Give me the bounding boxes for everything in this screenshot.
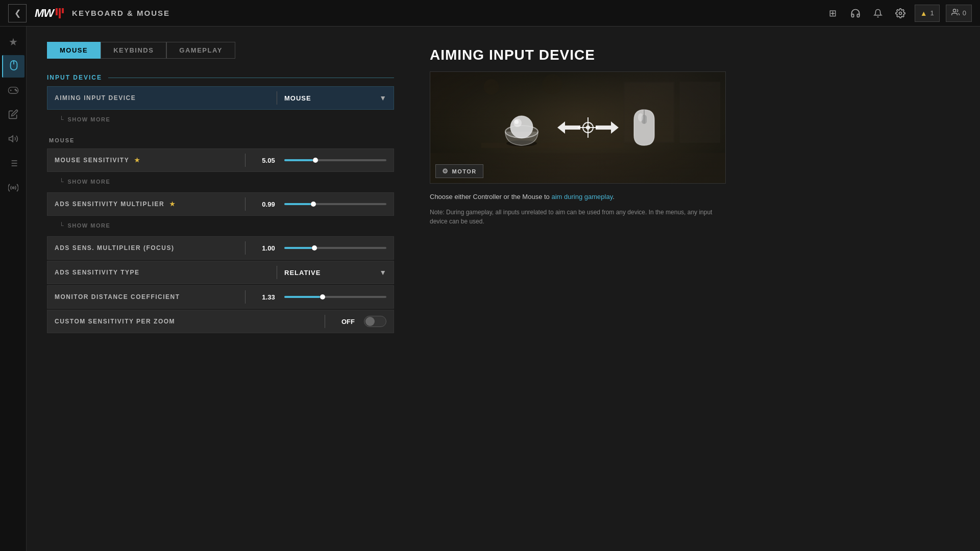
show-more-arrow-icon: └ — [59, 222, 64, 229]
chevron-down-icon: ▼ — [379, 268, 386, 277]
monitor-distance-slider[interactable] — [284, 296, 386, 298]
logo-bar-1 — [56, 8, 58, 15]
mouse-sensitivity-row[interactable]: MOUSE SENSITIVITY ★ 5.05 — [47, 148, 394, 172]
sidebar-item-controller[interactable] — [2, 80, 24, 102]
slider-fill — [284, 159, 313, 161]
sidebar-item-list[interactable] — [2, 153, 24, 176]
ads-sensitivity-show-more[interactable]: └ SHOW MORE — [47, 217, 394, 234]
info-title: AIMING INPUT DEVICE — [430, 47, 965, 63]
back-icon: ❮ — [14, 8, 21, 18]
arrows-crosshair — [555, 112, 621, 143]
svg-point-6 — [15, 89, 16, 90]
chevron-down-icon: ▼ — [379, 94, 386, 102]
topbar-right: ⊞ ▲ 1 — [825, 5, 972, 22]
aiming-input-value: MOUSE — [284, 94, 311, 102]
monitor-distance-value[interactable]: 1.33 — [253, 293, 284, 301]
ads-type-dropdown[interactable]: RELATIVE ▼ — [284, 268, 386, 277]
logo-bar-2 — [59, 8, 61, 18]
notification-icon[interactable] — [870, 5, 886, 21]
mouse-sensitivity-show-more[interactable]: └ SHOW MORE — [47, 173, 394, 190]
input-device-line — [108, 78, 394, 78]
info-note: Note: During gameplay, all inputs unrela… — [430, 208, 726, 226]
sidebar-item-network[interactable] — [2, 178, 24, 200]
show-more-label-2: SHOW MORE — [68, 179, 111, 185]
mouse-sensitivity-slider[interactable] — [284, 159, 386, 161]
ads-sensitivity-row[interactable]: ADS SENSITIVITY MULTIPLIER ★ 0.99 — [47, 192, 394, 216]
settings-icon[interactable] — [892, 5, 909, 21]
profile-count: 0 — [963, 9, 966, 17]
edit-icon — [8, 109, 18, 122]
page-title: KEYBOARD & MOUSE — [72, 9, 825, 17]
mouse-sidebar-icon — [8, 60, 19, 73]
slider-thumb — [311, 202, 316, 207]
mouse-sensitivity-star: ★ — [134, 157, 141, 164]
slider-track — [284, 247, 386, 249]
slider-fill — [284, 203, 311, 205]
slider-fill — [284, 296, 320, 298]
back-button[interactable]: ❮ — [8, 4, 27, 22]
mouse-section: MOUSE MOUSE SENSITIVITY ★ 5.05 └ — [47, 137, 394, 333]
controller-icon — [8, 85, 19, 97]
monitor-distance-row[interactable]: MONITOR DISTANCE COEFFICIENT 1.33 — [47, 285, 394, 309]
grid-icon[interactable]: ⊞ — [825, 5, 841, 21]
ads-focus-value[interactable]: 1.00 — [253, 244, 284, 252]
ads-sensitivity-star: ★ — [169, 201, 176, 208]
tab-gameplay[interactable]: GAMEPLAY — [166, 42, 235, 59]
logo-bar-3 — [62, 8, 64, 13]
row-divider — [277, 91, 277, 105]
tab-keybinds[interactable]: KEYBINDS — [101, 42, 166, 59]
rank-value: 1 — [930, 9, 934, 17]
sidebar-item-favorites[interactable]: ★ — [2, 31, 24, 53]
row-divider — [245, 154, 246, 167]
mouse-sensitivity-label: MOUSE SENSITIVITY ★ — [55, 157, 238, 164]
custom-sensitivity-value: OFF — [332, 318, 364, 325]
input-device-title: INPUT DEVICE — [47, 74, 102, 81]
slider-track — [284, 159, 386, 161]
sidebar-item-edit[interactable] — [2, 104, 24, 127]
input-device-section-header: INPUT DEVICE — [47, 74, 394, 81]
ads-focus-label: ADS SENS. MULTIPLIER (FOCUS) — [55, 244, 238, 252]
right-panel: AIMING INPUT DEVICE — [414, 27, 980, 551]
motor-badge: ⚙ MOTOR — [435, 164, 483, 178]
ads-type-label: ADS SENSITIVITY TYPE — [55, 269, 270, 276]
ads-focus-row[interactable]: ADS SENS. MULTIPLIER (FOCUS) 1.00 — [47, 236, 394, 260]
ads-type-row[interactable]: ADS SENSITIVITY TYPE RELATIVE ▼ — [47, 261, 394, 284]
network-icon — [8, 183, 18, 195]
logo-text: MW — [35, 7, 54, 20]
aiming-input-dropdown[interactable]: MOUSE ▼ — [284, 94, 386, 102]
ads-sensitivity-slider[interactable] — [284, 203, 386, 205]
show-more-label: SHOW MORE — [68, 116, 111, 122]
monitor-distance-label: MONITOR DISTANCE COEFFICIENT — [55, 293, 238, 300]
mouse-sensitivity-value[interactable]: 5.05 — [253, 157, 284, 164]
bowl-icon — [499, 107, 545, 148]
logo-bars — [56, 8, 64, 18]
ads-focus-slider[interactable] — [284, 247, 386, 249]
info-description: Choose either Controller or the Mouse to… — [430, 192, 726, 203]
mouse-section-title: MOUSE — [47, 137, 394, 143]
svg-point-7 — [16, 90, 17, 91]
svg-marker-8 — [9, 136, 13, 142]
show-more-arrow-icon: └ — [59, 178, 64, 185]
ads-sensitivity-value[interactable]: 0.99 — [253, 201, 284, 208]
custom-sensitivity-toggle[interactable] — [364, 316, 386, 327]
custom-sensitivity-row[interactable]: CUSTOM SENSITIVITY PER ZOOM OFF — [47, 310, 394, 333]
tab-mouse[interactable]: MOUSE — [47, 42, 101, 59]
left-panel: MOUSE KEYBINDS GAMEPLAY INPUT DEVICE AIM… — [27, 27, 414, 551]
motor-icon: ⚙ — [442, 167, 449, 175]
show-more-arrow-icon: └ — [59, 116, 64, 123]
aim-link[interactable]: aim during gameplay — [551, 193, 612, 201]
svg-point-37 — [638, 113, 643, 121]
mouse-device-icon — [631, 107, 657, 148]
input-device-show-more[interactable]: └ SHOW MORE — [47, 111, 394, 128]
list-icon — [8, 158, 18, 171]
slider-thumb — [312, 245, 317, 251]
headset-icon[interactable] — [847, 5, 864, 21]
svg-point-0 — [899, 12, 901, 14]
sidebar-item-audio[interactable] — [2, 129, 24, 151]
aiming-input-device-row[interactable]: AIMING INPUT DEVICE MOUSE ▼ — [47, 86, 394, 110]
sidebar-item-mouse[interactable] — [2, 55, 24, 78]
main-content: MOUSE KEYBINDS GAMEPLAY INPUT DEVICE AIM… — [27, 27, 980, 551]
show-more-label-3: SHOW MORE — [68, 222, 111, 229]
sidebar: ★ — [0, 27, 27, 551]
row-divider — [245, 290, 246, 304]
